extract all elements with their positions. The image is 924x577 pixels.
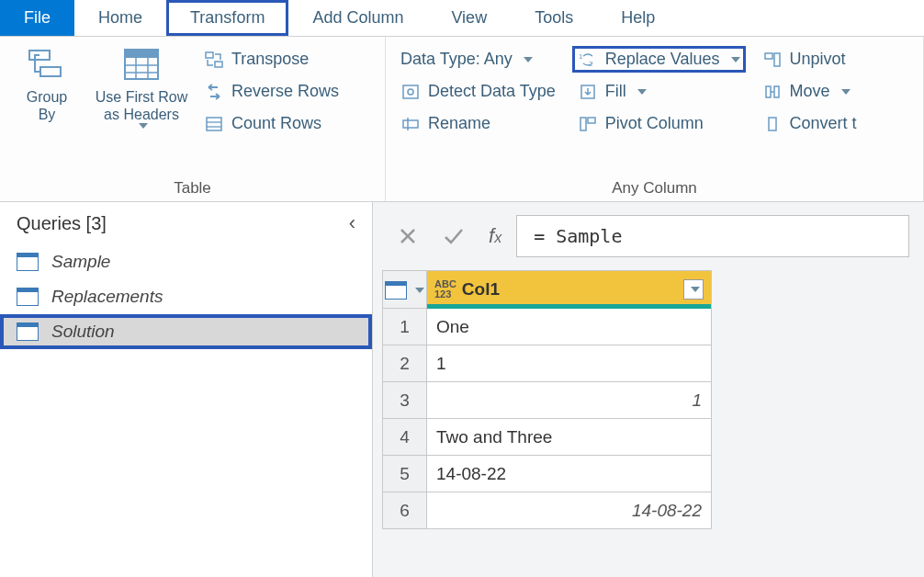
query-item-solution[interactable]: Solution: [0, 314, 372, 349]
rename-button[interactable]: Rename: [395, 110, 561, 137]
pivot-label: Pivot Column: [605, 114, 704, 133]
reverse-rows-button[interactable]: Reverse Rows: [198, 78, 344, 105]
queries-title: Queries [3]: [17, 213, 107, 234]
query-item-replacements[interactable]: Replacements: [0, 279, 372, 314]
use-first-row-label: Use First Row as Headers: [96, 88, 187, 123]
grid-corner-button[interactable]: [383, 271, 427, 309]
row-number: 5: [383, 456, 427, 492]
fill-button[interactable]: Fill: [572, 78, 746, 105]
replace-icon: 12: [578, 51, 598, 69]
cell[interactable]: 14-08-22: [427, 456, 712, 492]
ribbon: Group By Use First Row as Headers: [0, 37, 924, 202]
chevron-down-icon: [139, 123, 148, 129]
queries-pane: Queries [3] ‹ Sample Replacements Soluti…: [0, 202, 373, 577]
data-type-button[interactable]: Data Type: Any: [395, 46, 561, 73]
count-rows-button[interactable]: Count Rows: [198, 110, 344, 137]
body: Queries [3] ‹ Sample Replacements Soluti…: [0, 202, 924, 577]
row-number: 3: [383, 382, 427, 419]
any-type-icon: ABC123: [434, 279, 456, 300]
chevron-down-icon: [691, 287, 700, 292]
move-button[interactable]: Move: [757, 78, 862, 105]
cell[interactable]: Two and Three: [427, 419, 712, 456]
pivot-column-button[interactable]: Pivot Column: [572, 110, 746, 137]
cell[interactable]: 1: [427, 345, 712, 382]
move-icon: [762, 83, 783, 101]
collapse-pane-button[interactable]: ‹: [349, 211, 355, 235]
unpivot-label: Unpivot: [790, 50, 846, 69]
reverse-rows-label: Reverse Rows: [231, 82, 339, 101]
fill-label: Fill: [605, 82, 626, 101]
cell[interactable]: 14-08-22: [427, 492, 712, 529]
ribbon-group-table-label: Table: [7, 175, 377, 199]
column-header-col1[interactable]: ABC123 Col1: [427, 271, 712, 309]
unpivot-icon: [762, 51, 783, 69]
transpose-icon: [204, 51, 224, 69]
tab-transform[interactable]: Transform: [166, 0, 288, 36]
group-by-button[interactable]: Group By: [7, 42, 86, 127]
ribbon-group-table: Group By Use First Row as Headers: [0, 37, 386, 201]
reverse-icon: [204, 83, 224, 101]
table-row[interactable]: 6 14-08-22: [383, 492, 712, 529]
svg-rect-9: [215, 62, 222, 67]
headers-icon: [121, 46, 162, 83]
column-name: Col1: [462, 279, 500, 300]
table-row[interactable]: 2 1: [383, 345, 712, 382]
row-number: 6: [383, 492, 427, 529]
group-by-icon: [27, 46, 67, 83]
check-icon: [443, 226, 465, 246]
row-number: 1: [383, 309, 427, 345]
transpose-label: Transpose: [231, 50, 309, 69]
svg-rect-20: [580, 118, 586, 130]
pivot-icon: [578, 115, 598, 133]
svg-rect-26: [769, 118, 776, 130]
fx-icon: fx: [479, 224, 511, 248]
replace-values-button[interactable]: 12 Replace Values: [572, 46, 746, 73]
cancel-formula-button[interactable]: [388, 216, 428, 256]
chevron-down-icon: [415, 288, 424, 293]
rename-label: Rename: [428, 114, 490, 133]
table-row[interactable]: 1 One: [383, 309, 712, 345]
chevron-down-icon: [637, 89, 647, 95]
svg-rect-21: [588, 118, 595, 123]
tab-help[interactable]: Help: [597, 0, 679, 36]
chevron-down-icon: [841, 89, 851, 95]
query-label: Solution: [51, 322, 115, 342]
unpivot-button[interactable]: Unpivot: [757, 46, 862, 73]
svg-rect-22: [765, 53, 772, 59]
convert-button[interactable]: Convert t: [757, 110, 862, 137]
tab-home[interactable]: Home: [74, 0, 166, 36]
svg-rect-10: [207, 118, 221, 130]
query-item-sample[interactable]: Sample: [0, 244, 372, 279]
group-by-label: Group By: [27, 88, 67, 123]
row-number: 4: [383, 419, 427, 456]
cell[interactable]: 1: [427, 382, 712, 419]
detect-data-type-button[interactable]: Detect Data Type: [395, 78, 561, 105]
data-grid: ABC123 Col1 1 One 2 1: [382, 270, 712, 529]
convert-icon: [762, 115, 783, 133]
count-icon: [204, 115, 224, 133]
transpose-button[interactable]: Transpose: [198, 46, 344, 73]
svg-point-14: [408, 89, 413, 95]
tab-add-column[interactable]: Add Column: [288, 0, 427, 36]
chevron-down-icon: [524, 57, 533, 62]
table-icon: [17, 322, 39, 341]
convert-label: Convert t: [790, 114, 857, 133]
ribbon-group-any-column: Data Type: Any Detect Data Type Rename: [386, 37, 924, 201]
table-row[interactable]: 5 14-08-22: [383, 456, 712, 492]
tab-tools[interactable]: Tools: [511, 0, 597, 36]
table-icon: [17, 288, 39, 306]
formula-input[interactable]: [516, 215, 909, 257]
formula-bar: fx: [373, 202, 924, 270]
use-first-row-as-headers-button[interactable]: Use First Row as Headers: [86, 42, 197, 132]
column-filter-button[interactable]: [683, 279, 704, 300]
tab-file[interactable]: File: [0, 0, 74, 36]
column-quality-bar: [427, 304, 711, 309]
table-row[interactable]: 4 Two and Three: [383, 419, 712, 456]
rename-icon: [400, 115, 421, 133]
tab-view[interactable]: View: [427, 0, 511, 36]
table-row[interactable]: 3 1: [383, 382, 712, 419]
main-area: fx ABC123 Col1: [373, 202, 924, 577]
cell[interactable]: One: [427, 309, 712, 345]
svg-rect-13: [403, 85, 418, 98]
accept-formula-button[interactable]: [434, 216, 474, 256]
